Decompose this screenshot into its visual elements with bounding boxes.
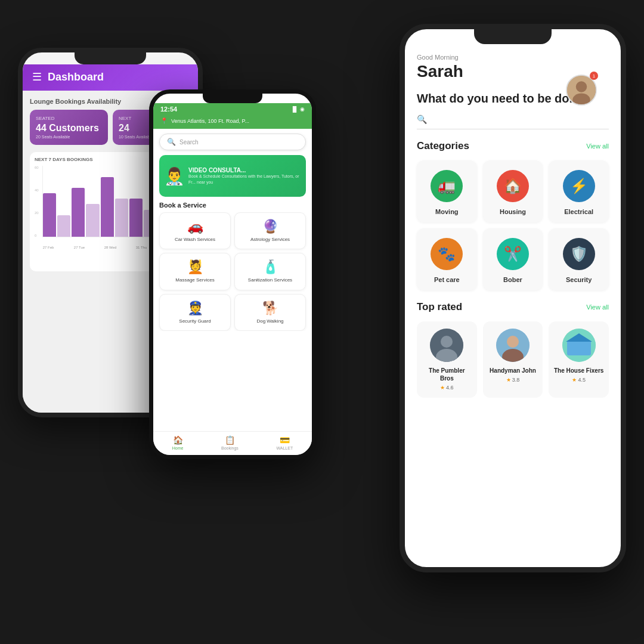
security-guard-name: Security Guard xyxy=(165,318,225,324)
svg-point-1 xyxy=(576,81,587,92)
phone-middle: 12:54 ▐▌ ◉ 📍 Venus Atlantis, 100 Ft. Roa… xyxy=(149,89,316,459)
banner-doctor-icon: 👨‍⚕️ xyxy=(164,166,185,186)
time-display: 12:54 xyxy=(160,106,177,113)
banner-text: VIDEO CONSULTA... Book & Schedule Consul… xyxy=(188,167,301,184)
star-icon-2: ★ xyxy=(506,377,511,383)
bar-secondary xyxy=(57,215,70,237)
sanitization-name: Sanitization Services xyxy=(240,277,301,283)
provider-plumber[interactable]: The Pumbler Bros ★ 4.6 xyxy=(417,321,477,398)
housefixers-avatar-image xyxy=(562,329,596,362)
bar-primary xyxy=(72,188,85,237)
banner-subtitle: Book & Schedule Consultations with the L… xyxy=(188,174,301,184)
housefixers-avatar xyxy=(562,329,596,362)
stat1-sub: 20 Seats Available xyxy=(36,135,102,139)
search-bar-middle[interactable]: 🔍 Search xyxy=(159,134,306,150)
bar-secondary xyxy=(115,199,128,237)
search-placeholder-middle: Search xyxy=(179,139,199,145)
star-icon: ★ xyxy=(440,385,445,391)
moving-icon: 🚛 xyxy=(431,170,463,202)
service-card-security[interactable]: 👮 Security Guard xyxy=(159,294,231,331)
astrology-name: Astrology Services xyxy=(240,237,301,243)
handyman-name: Handyman John xyxy=(488,367,538,374)
bottom-nav-middle: 🏠 Home 📋 Bookings 💳 WALLET xyxy=(153,431,312,455)
astrology-icon: 🔮 xyxy=(240,219,301,234)
home-nav-label: Home xyxy=(172,446,184,450)
notification-badge: 1 xyxy=(590,72,598,80)
service-card-sanitization[interactable]: 🧴 Sanitization Services xyxy=(234,253,306,290)
stat1-label: SEATED xyxy=(36,116,102,121)
category-bober[interactable]: ✂️ Bober xyxy=(483,228,543,290)
avatar-image xyxy=(567,76,596,104)
notch-middle xyxy=(203,94,262,103)
bar-primary xyxy=(43,193,56,237)
banner-title: VIDEO CONSULTA... xyxy=(188,167,301,174)
category-housing[interactable]: 🏠 Housing xyxy=(483,160,543,222)
security-guard-icon: 👮 xyxy=(165,301,225,316)
dashboard-title: Dashboard xyxy=(48,71,104,83)
handyman-avatar-image xyxy=(496,329,530,362)
star-icon-3: ★ xyxy=(572,377,577,383)
category-electrical[interactable]: ⚡ Electrical xyxy=(549,160,609,222)
carwash-name: Car Wash Services xyxy=(165,237,225,243)
category-petcare[interactable]: 🐾 Pet care xyxy=(417,228,477,290)
security-icon: 🛡️ xyxy=(563,238,595,270)
category-moving[interactable]: 🚛 Moving xyxy=(417,160,477,222)
massage-name: Massage Services xyxy=(165,277,225,283)
bookings-nav-label: Bookings xyxy=(221,446,239,450)
stat1-value: 44 Customers xyxy=(36,123,102,134)
view-all-categories[interactable]: View all xyxy=(586,143,609,150)
right-content: Good Morning Sarah 1 What do you need to… xyxy=(405,44,621,567)
service-card-astrology[interactable]: 🔮 Astrology Services xyxy=(234,212,306,249)
greeting-small: Good Morning xyxy=(417,54,609,61)
search-icon-middle: 🔍 xyxy=(167,138,176,146)
top-rated-section: Top rated View all The Pumbler Bros ★ xyxy=(417,301,609,398)
status-bar-middle: 12:54 ▐▌ ◉ xyxy=(153,103,312,115)
home-nav-icon: 🏠 xyxy=(173,435,183,445)
carwash-icon: 🚗 xyxy=(165,219,225,234)
bober-label: Bober xyxy=(489,276,537,283)
wallet-nav-label: WALLET xyxy=(276,446,293,450)
y-labels: 60 40 20 0 xyxy=(35,166,39,237)
notch-right xyxy=(474,29,552,44)
svg-point-4 xyxy=(441,336,453,348)
service-card-dogwalk[interactable]: 🐕 Dog Walking xyxy=(234,294,306,331)
nav-bookings[interactable]: 📋 Bookings xyxy=(221,435,239,450)
search-right[interactable]: 🔍 xyxy=(417,114,609,129)
moving-label: Moving xyxy=(423,208,471,215)
housing-label: Housing xyxy=(489,208,537,215)
signal-icons: ▐▌ ◉ xyxy=(291,106,305,112)
sanitization-icon: 🧴 xyxy=(240,259,301,275)
dogwalk-name: Dog Walking xyxy=(240,318,301,324)
svg-point-7 xyxy=(507,336,519,348)
nav-home[interactable]: 🏠 Home xyxy=(172,435,184,450)
service-card-carwash[interactable]: 🚗 Car Wash Services xyxy=(159,212,231,249)
categories-title: Categories xyxy=(417,140,469,152)
petcare-label: Pet care xyxy=(423,276,471,283)
search-icon-right: 🔍 xyxy=(417,114,427,124)
dogwalk-icon: 🐕 xyxy=(240,301,301,316)
menu-icon[interactable]: ☰ xyxy=(32,70,42,83)
nav-wallet[interactable]: 💳 WALLET xyxy=(276,435,293,450)
location-pin-icon: 📍 xyxy=(160,117,168,124)
categories-header: Categories View all xyxy=(417,140,609,152)
category-security[interactable]: 🛡️ Security xyxy=(549,228,609,290)
promo-banner[interactable]: 👨‍⚕️ VIDEO CONSULTA... Book & Schedule C… xyxy=(159,155,306,197)
categories-grid: 🚛 Moving 🏠 Housing ⚡ Electrical 🐾 Pet ca… xyxy=(417,160,609,290)
bar-primary xyxy=(129,199,143,237)
stat-card-1: SEATED 44 Customers 20 Seats Available xyxy=(30,110,108,145)
service-card-massage[interactable]: 💆 Massage Services xyxy=(159,253,231,290)
plumber-avatar-image xyxy=(430,329,463,362)
security-label: Security xyxy=(555,276,603,283)
plumber-rating: ★ 4.6 xyxy=(422,385,472,391)
view-all-top[interactable]: View all xyxy=(586,304,609,311)
location-text: Venus Atlantis, 100 Ft. Road, P... xyxy=(171,118,249,124)
housing-icon: 🏠 xyxy=(497,170,529,202)
book-service-title: Book a Service xyxy=(153,202,312,212)
provider-housefixers[interactable]: The House Fixers ★ 4.5 xyxy=(549,321,609,398)
bober-icon: ✂️ xyxy=(497,238,529,270)
provider-handyman[interactable]: Handyman John ★ 3.8 xyxy=(483,321,543,398)
location-bar: 📍 Venus Atlantis, 100 Ft. Road, P... xyxy=(153,115,312,129)
plumber-avatar xyxy=(430,329,463,362)
bookings-nav-icon: 📋 xyxy=(225,435,235,445)
housefixers-rating: ★ 4.5 xyxy=(553,377,604,383)
